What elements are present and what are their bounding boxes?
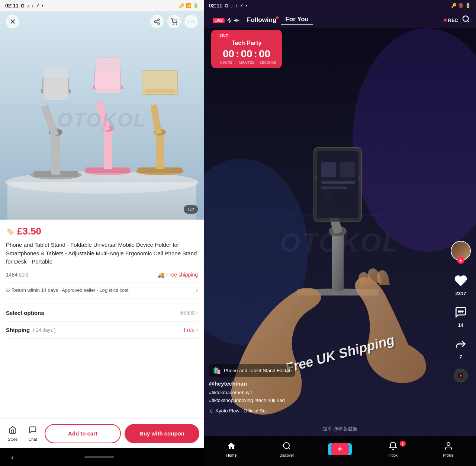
- video-bottom-info: 🛍️ Phone and Tablet Stand Foldab @heytec…: [209, 364, 446, 414]
- svg-rect-25: [96, 58, 120, 93]
- home-indicator[interactable]: [84, 456, 114, 458]
- zhihu-watermark: 知乎 @诸葛威廉: [208, 426, 472, 433]
- shipping-icon: 🚚: [157, 271, 165, 278]
- hours-value: 00: [223, 49, 234, 59]
- select-options-label: Select options: [6, 310, 44, 316]
- search-button[interactable]: [462, 15, 470, 25]
- comment-count: 14: [458, 322, 463, 328]
- close-button[interactable]: ✕: [6, 15, 19, 28]
- price: £3.50: [17, 226, 41, 237]
- return-row[interactable]: ⊙ Return within 14 days · Approved selle…: [6, 282, 198, 299]
- live-button[interactable]: LIVE: [210, 17, 242, 23]
- store-button[interactable]: Store: [4, 426, 21, 441]
- svg-text:OTOKOL: OTOKOL: [280, 228, 400, 257]
- live-badge: LIVE: [213, 18, 225, 23]
- seconds-label: SECONDS: [260, 61, 274, 64]
- create-button[interactable]: +: [331, 443, 349, 455]
- for-you-tab[interactable]: For You: [281, 16, 313, 25]
- bottom-action-bar: Store Chat Add to cart Buy with coupon: [0, 418, 204, 448]
- hours-unit: 00: [223, 49, 234, 59]
- live-card-badge: LIVE: [218, 33, 275, 38]
- svg-rect-46: [321, 162, 336, 177]
- status-bar-right: 02:11 G ♪ ♪ ✓ ● 🔑 📵 🔋: [204, 0, 476, 11]
- buy-with-coupon-button[interactable]: Buy with coupon: [125, 424, 199, 443]
- more-button[interactable]: ⋯: [184, 15, 198, 28]
- svg-line-4: [156, 20, 158, 21]
- svg-point-59: [460, 311, 461, 312]
- shipping-text: Shipping: [6, 327, 30, 333]
- add-to-cart-button[interactable]: Add to cart: [45, 424, 121, 443]
- inbox-nav-item[interactable]: Inbox 1: [382, 441, 404, 457]
- product-title: Phone and Tablet Stand - Foldable Univer…: [6, 241, 198, 266]
- avatar-container: +: [451, 241, 471, 261]
- hashtags: #tiktokmademebuyit #tiktokshopunboxing #…: [209, 389, 446, 405]
- right-action-buttons: + 2317 14 7: [451, 241, 471, 384]
- chat-icon: [29, 426, 37, 436]
- share-button-right[interactable]: 7: [452, 335, 469, 360]
- select-options-row[interactable]: Select options Select ›: [6, 304, 198, 322]
- svg-rect-54: [237, 19, 238, 22]
- price-tag-icon: 🏷️: [6, 227, 14, 236]
- free-cost-label: Free: [184, 327, 195, 333]
- tiktok-icon-right2: ♪: [235, 3, 238, 9]
- hours-label: HOURS: [219, 61, 234, 64]
- profile-nav-item[interactable]: Profile: [437, 441, 460, 457]
- username[interactable]: @heytechman: [209, 380, 446, 387]
- back-arrow-icon[interactable]: ‹: [11, 453, 14, 462]
- dot-icon: ●: [42, 4, 44, 7]
- svg-rect-17: [44, 67, 68, 100]
- battery-icon: 🔋: [193, 3, 199, 8]
- cart-button[interactable]: [167, 15, 181, 28]
- svg-rect-9: [7, 182, 196, 220]
- dot-icon-right: ●: [245, 4, 247, 7]
- product-image: OTOKOL 1/2: [0, 11, 204, 220]
- follow-plus-badge[interactable]: +: [457, 256, 464, 264]
- tiktok-icon-right1: ♪: [231, 3, 233, 9]
- shipping-row[interactable]: Shipping ( 14 days ) Free ›: [6, 322, 198, 339]
- rec-dot: [444, 19, 447, 22]
- following-tab[interactable]: Following: [242, 16, 281, 24]
- like-button[interactable]: 2317: [452, 272, 469, 296]
- share-button[interactable]: [150, 15, 164, 28]
- wifi-x-icon: 📵: [458, 3, 464, 8]
- home-nav-item[interactable]: Home: [220, 441, 242, 457]
- hashtag-line1: #tiktokmademebuyit: [209, 390, 252, 395]
- comment-icon: [452, 304, 469, 321]
- minutes-value: 00: [241, 49, 252, 59]
- return-details: Return within 14 days · Approved seller …: [12, 287, 128, 293]
- store-label: Store: [8, 437, 17, 441]
- music-name: Kyoto Flow - Official So...: [215, 408, 270, 414]
- rec-indicator: REC: [444, 17, 458, 23]
- like-count: 2317: [456, 291, 466, 296]
- music-disc-button[interactable]: ♪: [452, 367, 469, 384]
- minutes-label: MINUTES: [239, 61, 254, 64]
- select-chevron-icon: ›: [196, 310, 198, 316]
- home-icon: [227, 441, 236, 453]
- time-right: 02:11: [209, 3, 222, 9]
- svg-text:♪: ♪: [460, 374, 462, 378]
- music-info[interactable]: ♫ Kyoto Flow - Official So...: [209, 408, 446, 414]
- live-card-live-badge: LIVE: [218, 33, 230, 38]
- product-card-overlay[interactable]: 🛍️ Phone and Tablet Stand Foldab: [209, 364, 295, 377]
- product-card-name: Phone and Tablet Stand Foldab: [224, 368, 292, 373]
- discover-nav-item[interactable]: Discover: [276, 441, 298, 457]
- profile-label: Profile: [443, 453, 453, 457]
- svg-text:OTOKOL: OTOKOL: [57, 109, 146, 131]
- free-uk-shipping-overlay: Free UK Shipping: [234, 346, 446, 362]
- sep2: :: [254, 49, 257, 59]
- discover-icon: [282, 441, 291, 453]
- time-left: 02:11: [5, 3, 19, 9]
- live-card-title: Tech Party: [218, 40, 275, 47]
- share-count: 7: [459, 354, 462, 360]
- svg-rect-48: [321, 181, 355, 184]
- chat-button[interactable]: Chat: [25, 426, 41, 441]
- svg-point-5: [173, 24, 174, 25]
- comment-button[interactable]: 14: [452, 304, 469, 328]
- free-shipping-badge: 🚚 Free shipping: [157, 271, 198, 278]
- price-row: 🏷️ £3.50: [6, 226, 198, 237]
- select-options-button[interactable]: Select ›: [180, 310, 198, 316]
- live-countdown-card[interactable]: LIVE Tech Party 00 : 00 : 00 HOURS MINUT…: [211, 30, 282, 68]
- svg-line-3: [156, 22, 158, 23]
- shipping-chevron-icon: ›: [196, 327, 198, 333]
- minutes-unit: 00: [241, 49, 252, 59]
